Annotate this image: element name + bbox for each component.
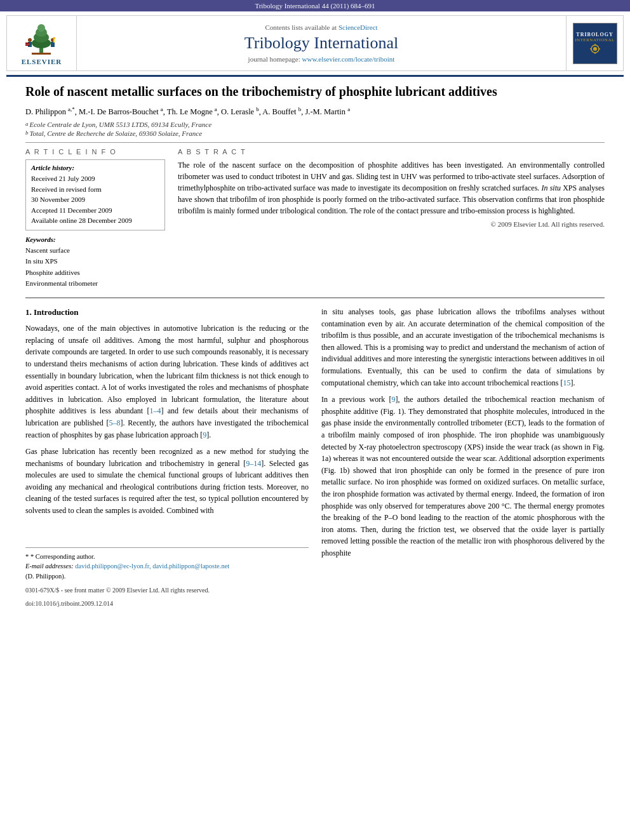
sciencedirect-line: Contents lists available at ScienceDirec…	[265, 23, 377, 31]
journal-citation: Tribology International 44 (2011) 684–69…	[255, 2, 375, 10]
svg-rect-12	[51, 42, 55, 47]
svg-point-7	[28, 38, 32, 42]
sciencedirect-label: Contents lists available at	[265, 23, 337, 31]
author-abbrev: (D. Philippon).	[25, 571, 309, 582]
issn-line: 0301-679X/$ - see front matter © 2009 El…	[25, 585, 309, 596]
elsevier-wordmark: ELSEVIER	[22, 58, 62, 65]
abstract-column: A B S T R A C T The role of the nascent …	[178, 148, 605, 290]
keyword-phosphite: Phosphite additives	[25, 267, 165, 279]
svg-point-16	[593, 47, 597, 51]
doi-line: doi:10.1016/j.triboint.2009.12.014	[25, 599, 309, 609]
history-revised-label: Received in revised form	[31, 184, 159, 195]
article-info-abstract-section: A R T I C L E I N F O Article history: R…	[25, 148, 605, 290]
abstract-text: The role of the nascent surface on the d…	[178, 159, 605, 217]
journal-title-area: Contents lists available at ScienceDirec…	[77, 16, 566, 70]
tribology-logo-intl: INTERNATIONAL	[575, 37, 615, 43]
email-line: E-mail addresses: david.philippon@ec-lyo…	[25, 561, 309, 571]
main-body-section: 1. Introduction Nowadays, one of the mai…	[25, 306, 605, 609]
affiliation-separator	[25, 142, 605, 143]
history-received: Received 21 July 2009	[31, 173, 159, 184]
copyright-line: © 2009 Elsevier Ltd. All rights reserved…	[178, 220, 605, 228]
affiliations: a Ecole Centrale de Lyon, UMR 5513 LTDS,…	[25, 121, 605, 137]
tribology-logo-text: TRIBOLOGY	[576, 32, 613, 37]
authors-line: D. Philippon a,*, M.-I. De Barros-Bouche…	[25, 106, 605, 117]
right-para-2: In a previous work [9], the authors deta…	[321, 394, 605, 559]
paper-title: Role of nascent metallic surfaces on the…	[25, 83, 605, 100]
article-info-column: A R T I C L E I N F O Article history: R…	[25, 148, 165, 290]
email-addresses: david.philippon@ec-lyon.fr, david.philip…	[75, 563, 229, 570]
history-online: Available online 28 December 2009	[31, 215, 159, 226]
body-left-column: 1. Introduction Nowadays, one of the mai…	[25, 306, 309, 609]
elsevier-tree-icon	[22, 21, 60, 56]
affiliation-a: a Ecole Centrale de Lyon, UMR 5513 LTDS,…	[25, 121, 605, 128]
body-right-column: in situ analyses tools, gas phase lubric…	[321, 306, 605, 609]
svg-rect-13	[53, 39, 55, 43]
homepage-line: journal homepage: www.elsevier.com/locat…	[248, 55, 395, 63]
keyword-tribometer: Environmental tribometer	[25, 278, 165, 290]
svg-point-6	[37, 24, 45, 32]
svg-rect-1	[32, 53, 51, 55]
author-d-philippon: D. Philippon a,*, M.-I. De Barros-Bouche…	[25, 107, 350, 116]
history-label: Article history:	[31, 164, 159, 171]
abstract-heading: A B S T R A C T	[178, 148, 605, 156]
homepage-url[interactable]: www.elsevier.com/locate/triboint	[302, 55, 395, 63]
affiliation-b: b Total, Centre de Recherche de Solaize,…	[25, 130, 605, 137]
journal-banner: ELSEVIER Contents lists available at Sci…	[6, 15, 624, 71]
journal-title: Tribology International	[245, 34, 398, 53]
article-info-heading: A R T I C L E I N F O	[25, 148, 165, 156]
keyword-xps: In situ XPS	[25, 256, 165, 267]
elsevier-logo-area: ELSEVIER	[7, 16, 77, 70]
tribology-logo-icon	[586, 43, 605, 55]
tribology-logo-box: TRIBOLOGY INTERNATIONAL	[573, 23, 617, 64]
body-separator	[25, 297, 605, 298]
svg-point-14	[53, 37, 55, 39]
intro-para-2: Gas phase lubrication has recently been …	[25, 446, 309, 517]
footnote-area: * * Corresponding author. E-mail address…	[25, 547, 309, 582]
keywords-box: Keywords: Nascent surface In situ XPS Ph…	[25, 236, 165, 290]
elsevier-logo: ELSEVIER	[22, 21, 62, 65]
keywords-label: Keywords:	[25, 236, 165, 243]
tribology-logo-area: TRIBOLOGY INTERNATIONAL	[566, 16, 623, 70]
history-accepted: Accepted 11 December 2009	[31, 205, 159, 216]
intro-para-1: Nowadays, one of the main objectives in …	[25, 323, 309, 441]
corresponding-author-note: * * Corresponding author.	[25, 552, 309, 562]
sciencedirect-link[interactable]: ScienceDirect	[338, 23, 378, 31]
section1-title: 1. Introduction	[25, 306, 309, 319]
keyword-nascent: Nascent surface	[25, 245, 165, 257]
paper-body: Role of nascent metallic surfaces on the…	[13, 77, 617, 615]
homepage-label: journal homepage:	[248, 55, 300, 63]
journal-header-bar: Tribology International 44 (2011) 684–69…	[0, 0, 630, 11]
history-revised-date: 30 November 2009	[31, 194, 159, 205]
article-history-box: Article history: Received 21 July 2009 R…	[25, 159, 165, 230]
right-para-1: in situ analyses tools, gas phase lubric…	[321, 306, 605, 389]
